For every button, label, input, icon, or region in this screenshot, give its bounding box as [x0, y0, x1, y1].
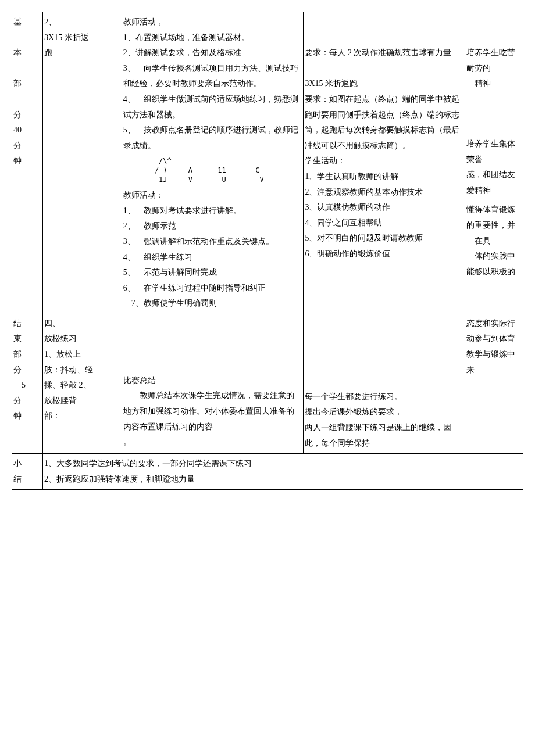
student-cell-end: 每一个学生都要进行练习。 提出今后课外锻炼的要求， 两人一组背腰课下练习是课上的… — [304, 314, 465, 454]
student-run-title: 3X15 米折返跑 — [305, 76, 463, 92]
teacher-cell-main: 教师活动， 1、布置测试场地，准备测试器材。 2、讲解测试要求，告知及格标准 3… — [122, 12, 304, 314]
student-cell-main: 要求：每人 2 次动作准确规范击球有力量 3X15 米折返跑 要求：如图在起点（… — [304, 12, 465, 314]
goal-text-1: 培养学生吃苦 耐劳的 精神 — [466, 45, 522, 92]
summary-body-cell: 1、大多数同学达到考试的要求，一部分同学还需课下练习 2、折返跑应加强转体速度，… — [43, 454, 523, 490]
summary-label-cell: 小 结 — [12, 454, 43, 490]
teacher-cell-end: 比赛总结 教师总结本次课学生完成情况，需要注意的地方和加强练习动作。对小体委布置… — [122, 314, 304, 454]
goal-cell-main: 培养学生吃苦 耐劳的 精神 培养学生集体荣誉 感，和团结友爱精神 懂得体育锻炼的… — [465, 12, 523, 314]
teacher-bottom-header: 教师活动： — [123, 188, 302, 203]
student-end-text: 每一个学生都要进行练习。 提出今后课外锻炼的要求， 两人一组背腰课下练习是课上的… — [305, 389, 463, 451]
table-row: 小 结 1、大多数同学达到考试的要求，一部分同学还需课下练习 2、折返跑应加强转… — [12, 454, 523, 490]
teacher-top-body: 1、布置测试场地，准备测试器材。 2、讲解测试要求，告知及格标准 3、 向学生传… — [123, 30, 302, 154]
summary-body: 教师总结本次课学生完成情况，需要注意的地方和加强练习动作。对小体委布置回去准备的… — [123, 388, 302, 450]
goal-text-3: 懂得体育锻炼的重要性，并 在具 体的实践中能够以积极的 — [466, 202, 522, 280]
goal-end-text: 态度和实际行动参与到体育教学与锻炼中来 — [466, 316, 522, 378]
table-row: 结 束 部 分 5 分 钟 四、 放松练习 1、放松上 肢：抖动、轻 揉、轻敲 … — [12, 314, 523, 454]
student-act-header: 学生活动： — [305, 153, 463, 169]
teacher-bottom-body: 1、 教师对考试要求进行讲解。 2、 教师示范 3、 强调讲解和示范动作重点及关… — [123, 203, 302, 311]
summary-header: 比赛总结 — [123, 373, 302, 389]
student-acts: 1、学生认真听教师的讲解 2、注意观察教师的基本动作技术 3、认真模仿教师的动作… — [305, 169, 463, 262]
teacher-top-header: 教师活动， — [123, 15, 302, 30]
stage-cell-end: 结 束 部 分 5 分 钟 — [12, 314, 43, 454]
diagram-ascii: /\^ / ) A 11 C 1J V U V — [123, 153, 302, 188]
goal-text-2: 培养学生集体荣誉 感，和团结友爱精神 — [466, 137, 522, 198]
item-cell-main: 2、 3X15 米折返 跑 — [43, 12, 122, 314]
student-run-req: 要求：如图在起点（终点）端的同学中被起跑时要用同侧手扶着起点（终点）端的标志筒，… — [305, 92, 463, 153]
lesson-plan-table: 基 本 部 分 40 分 钟 2、 3X15 米折返 跑 教师活动， 1、布置测… — [12, 12, 523, 490]
goal-cell-end: 态度和实际行动参与到体育教学与锻炼中来 — [465, 314, 523, 454]
student-req1: 要求：每人 2 次动作准确规范击球有力量 — [305, 45, 463, 61]
item-cell-end: 四、 放松练习 1、放松上 肢：抖动、轻 揉、轻敲 2、 放松腰背 部： — [43, 314, 122, 454]
lesson-plan-page: 基 本 部 分 40 分 钟 2、 3X15 米折返 跑 教师活动， 1、布置测… — [12, 12, 523, 490]
stage-cell-main: 基 本 部 分 40 分 钟 — [12, 12, 43, 314]
table-row: 基 本 部 分 40 分 钟 2、 3X15 米折返 跑 教师活动， 1、布置测… — [12, 12, 523, 314]
